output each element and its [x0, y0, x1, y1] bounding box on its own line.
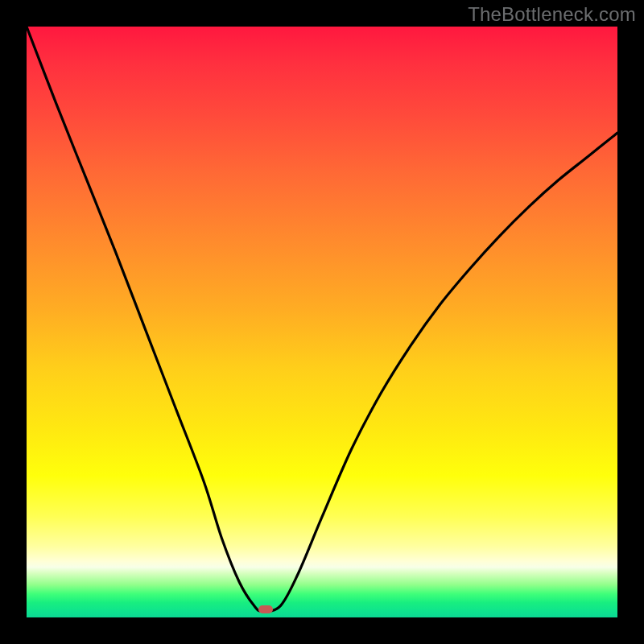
chart-frame	[27, 27, 617, 617]
min-point-marker	[258, 605, 273, 613]
watermark-text: TheBottleneck.com	[468, 3, 636, 26]
curve-svg	[27, 27, 617, 617]
bottleneck-curve	[27, 27, 617, 612]
